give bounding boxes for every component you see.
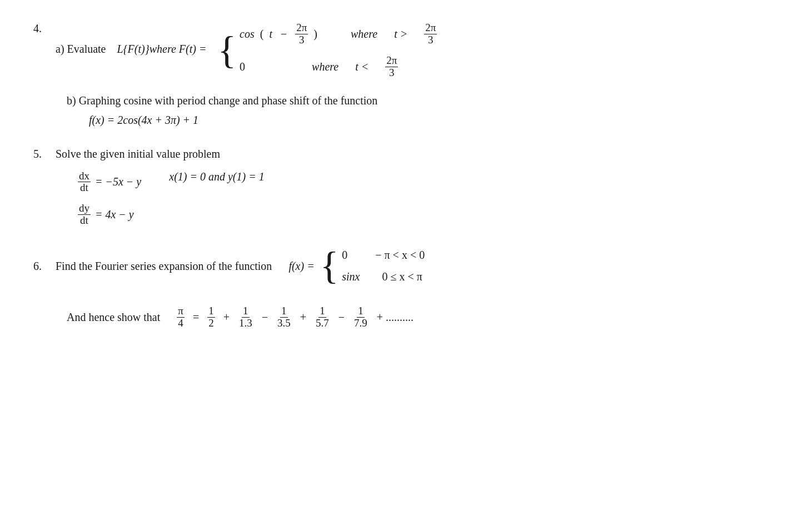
problem-6-header: 6. Find the Fourier series expansion of …: [33, 249, 774, 283]
eq2-num: dy: [78, 203, 91, 215]
problem-5-number: 5.: [33, 148, 50, 160]
piecewise-6: { 0 − π < x < 0 sinx 0 ≤ x < π: [320, 249, 425, 283]
case2-where: where: [312, 61, 338, 73]
problem-4: 4. a) Evaluate L{F(t)}where F(t) = { cos…: [33, 22, 774, 127]
term4: 1 5.7: [315, 305, 330, 329]
initial-conditions: x(1) = 0 and y(1) = 1: [169, 170, 264, 183]
eq2-rhs: = 4x − y: [95, 208, 134, 221]
left-brace: {: [217, 34, 236, 67]
series-lhs-den: 4: [177, 318, 185, 329]
laplace-expr: L{F(t)}where F(t) =: [117, 43, 210, 55]
part-b-func: f(x) = 2cos(4x + 3π) + 1: [89, 114, 774, 127]
case1-t: t: [269, 28, 272, 41]
case2-cond: t <: [355, 61, 368, 73]
problem-6-number: 6.: [33, 260, 50, 273]
problem-5-label: Solve the given initial value problem: [56, 148, 220, 160]
eq1-rhs: = −5x − y: [95, 175, 141, 188]
and-hence-label: And hence show that: [67, 311, 160, 324]
case1-where: where: [351, 28, 377, 41]
p6-case1-val: 0: [342, 249, 347, 262]
piecewise-4a: { cos ( t − 2π 3 ) where: [217, 22, 437, 79]
case1-close-paren: ): [313, 28, 317, 41]
problem-4-number: 4.: [33, 22, 50, 35]
case2-frac-num: 2π: [385, 55, 398, 67]
p6-case2-val: sinx: [342, 270, 360, 283]
p6-case-1: 0 − π < x < 0: [342, 249, 425, 262]
case-2: 0 where t < 2π 3: [240, 55, 437, 79]
case-1: cos ( t − 2π 3 ) where t >: [240, 22, 437, 46]
frac2-num: 2π: [424, 22, 437, 34]
case1-open-paren: (: [260, 28, 264, 41]
func-label: f(x) =: [288, 260, 314, 273]
eq1-line: dx dt = −5x − y: [78, 170, 141, 194]
conditions-block: x(1) = 0 and y(1) = 1: [169, 170, 264, 183]
case1-cond: t >: [394, 28, 407, 41]
case1-frac: 2π 3: [295, 22, 308, 46]
eq2-den: dt: [79, 215, 89, 227]
term2: 1 1.3: [238, 305, 253, 329]
part-b-label: b) Graphing cosine with period change an…: [67, 94, 774, 107]
and-hence-line: And hence show that π 4 = 1 2 + 1 1.3 − …: [67, 305, 774, 329]
eq2-line: dy dt = 4x − y: [78, 203, 141, 227]
piecewise-cases-6: 0 − π < x < 0 sinx 0 ≤ x < π: [342, 249, 425, 283]
case2-val: 0: [240, 61, 245, 73]
part-a-label: a) Evaluate: [56, 43, 106, 55]
piecewise-cases: cos ( t − 2π 3 ) where t >: [240, 22, 437, 79]
eq1-frac: dx dt: [78, 170, 91, 194]
case2-frac-den: 3: [388, 67, 396, 79]
p6-case-2: sinx 0 ≤ x < π: [342, 270, 425, 283]
p6-case1-cond: − π < x < 0: [375, 249, 425, 262]
term1: 1 2: [207, 305, 215, 329]
problem-4-header: 4. a) Evaluate L{F(t)}where F(t) = { cos…: [33, 22, 774, 79]
case1-func: cos: [240, 28, 255, 41]
problem-6-label: Find the Fourier series expansion of the…: [56, 260, 272, 273]
problem-4-part-b: b) Graphing cosine with period change an…: [67, 94, 774, 127]
p6-case2-cond: 0 ≤ x < π: [382, 270, 422, 283]
term5: 1 7.9: [353, 305, 368, 329]
series-lhs: π 4: [177, 305, 185, 329]
eq1-den: dt: [79, 182, 89, 194]
equations-block: dx dt = −5x − y dy dt = 4x − y: [78, 170, 141, 227]
frac-den: 3: [298, 34, 306, 46]
problem-6: 6. Find the Fourier series expansion of …: [33, 249, 774, 329]
problem-5: 5. Solve the given initial value problem…: [33, 148, 774, 227]
eq2-frac: dy dt: [78, 203, 91, 227]
frac2-den: 3: [427, 34, 435, 46]
case2-frac: 2π 3: [385, 55, 398, 79]
term3: 1 3.5: [276, 305, 292, 329]
series-lhs-num: π: [177, 305, 185, 318]
problem-5-header: 5. Solve the given initial value problem: [33, 148, 774, 160]
case1-frac2: 2π 3: [424, 22, 437, 46]
eq1-num: dx: [78, 170, 91, 183]
left-brace-6: {: [320, 249, 339, 283]
frac-num: 2π: [295, 22, 308, 34]
problem-4-part-a: a) Evaluate L{F(t)}where F(t) = { cos ( …: [56, 22, 437, 79]
problem-5-system: dx dt = −5x − y dy dt = 4x − y x(1) = 0 …: [78, 170, 774, 227]
